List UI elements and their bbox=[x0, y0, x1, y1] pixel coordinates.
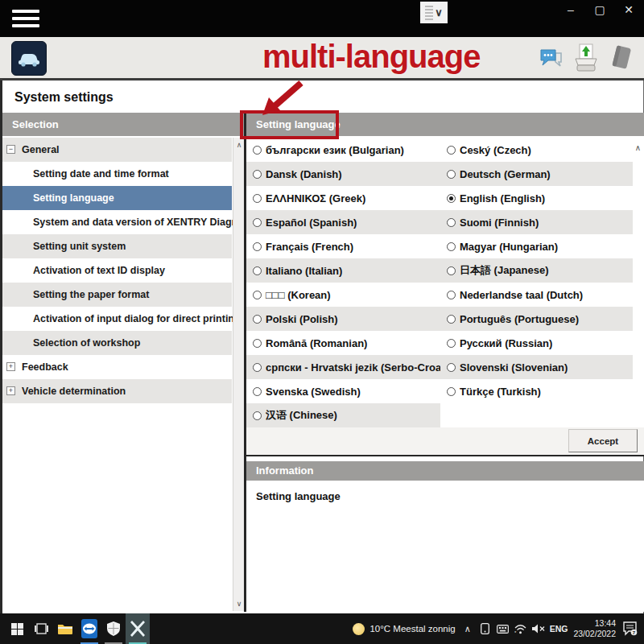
volume-muted-icon[interactable] bbox=[532, 622, 545, 635]
app-badge-icon[interactable]: ∨ bbox=[420, 2, 448, 23]
radio-icon[interactable] bbox=[447, 339, 456, 348]
sidebar-item-setting-date-and-time-format[interactable]: Setting date and time format bbox=[2, 162, 232, 186]
radio-icon[interactable] bbox=[253, 363, 262, 372]
language-option-korean[interactable]: □□□ (Korean) bbox=[246, 283, 440, 307]
radio-icon[interactable] bbox=[253, 315, 262, 324]
language-option-english-english[interactable]: English (English) bbox=[440, 186, 633, 210]
language-option-slovenski-slovenian[interactable]: Slovenski (Slovenian) bbox=[440, 355, 633, 379]
manual-button[interactable] bbox=[607, 40, 636, 76]
radio-icon[interactable] bbox=[253, 339, 262, 348]
sidebar-item-vehicle-determination[interactable]: +Vehicle determination bbox=[2, 379, 232, 403]
language-option-hrvatski-jezik-serbo-croatian[interactable]: српски - Hrvatski jezik (Serbo-Croatian) bbox=[246, 355, 440, 379]
language-scroll-up-icon[interactable]: ∧ bbox=[635, 143, 641, 152]
scroll-up-icon[interactable]: ∧ bbox=[233, 141, 245, 149]
language-option-russian[interactable]: Русский (Russian) bbox=[440, 331, 633, 355]
sidebar-item-general[interactable]: −General bbox=[2, 138, 232, 162]
radio-icon[interactable] bbox=[253, 411, 262, 420]
wifi-icon[interactable]: * bbox=[514, 622, 527, 635]
radio-icon[interactable] bbox=[447, 387, 456, 396]
sidebar-item-feedback[interactable]: +Feedback bbox=[2, 355, 232, 379]
language-option-rom-n-romanian[interactable]: Română (Romanian) bbox=[246, 331, 440, 355]
radio-selected-icon[interactable] bbox=[447, 194, 456, 203]
language-option-t-rk-e-turkish[interactable]: Türkçe (Turkish) bbox=[440, 379, 633, 403]
radio-icon[interactable] bbox=[447, 266, 456, 275]
defender-button[interactable] bbox=[101, 613, 126, 644]
folder-icon bbox=[58, 623, 72, 635]
teamviewer-button[interactable] bbox=[77, 613, 101, 644]
sidebar-item-activation-of-input-dialog-for-direct-printing[interactable]: Activation of input dialog for direct pr… bbox=[2, 307, 232, 331]
minimize-button[interactable]: – bbox=[562, 3, 580, 16]
sidebar-item-label: Activation of text ID display bbox=[2, 265, 165, 276]
accept-button[interactable]: Accept bbox=[568, 429, 638, 452]
radio-icon[interactable] bbox=[447, 363, 456, 372]
language-option-japanese[interactable]: 日本語 (Japanese) bbox=[440, 258, 633, 283]
language-option-italiano-italian[interactable]: Italiano (Italian) bbox=[246, 258, 440, 283]
language-option-chinese[interactable]: 汉语 (Chinese) bbox=[246, 403, 440, 427]
language-row: српски - Hrvatski jezik (Serbo-Croatian)… bbox=[246, 355, 633, 379]
hidden-icons-chevron-icon[interactable]: ∧ bbox=[461, 622, 474, 635]
radio-icon[interactable] bbox=[253, 218, 262, 227]
language-option-fran-ais-french[interactable]: Français (French) bbox=[246, 234, 440, 258]
book-icon bbox=[609, 43, 634, 72]
sidebar-item-selection-of-workshop[interactable]: Selection of workshop bbox=[2, 331, 232, 355]
language-option-polski-polish[interactable]: Polski (Polish) bbox=[246, 307, 440, 331]
radio-icon[interactable] bbox=[447, 315, 456, 324]
radio-icon[interactable] bbox=[447, 146, 456, 155]
collapse-icon[interactable]: − bbox=[6, 145, 15, 154]
language-option-label: 日本語 (Japanese) bbox=[460, 263, 549, 278]
radio-icon[interactable] bbox=[447, 291, 456, 299]
radio-icon[interactable] bbox=[447, 242, 456, 251]
radio-icon[interactable] bbox=[253, 266, 262, 275]
radio-icon[interactable] bbox=[253, 242, 262, 251]
taskbar-clock[interactable]: 13:44 23/02/2022 bbox=[573, 618, 616, 639]
print-button[interactable] bbox=[572, 40, 601, 76]
scroll-down-icon[interactable]: ∨ bbox=[233, 600, 245, 608]
sidebar-item-label: System and data version of XENTRY Diagno… bbox=[2, 217, 258, 228]
radio-icon[interactable] bbox=[447, 170, 456, 179]
sidebar-item-system-and-data-version-of-xentry-diagnosis[interactable]: System and data version of XENTRY Diagno… bbox=[2, 210, 232, 234]
language-option-cesk-czech[interactable]: Ceský (Czech) bbox=[440, 138, 633, 162]
language-option-dansk-danish[interactable]: Dansk (Danish) bbox=[246, 162, 440, 186]
maximize-button[interactable]: ▢ bbox=[591, 3, 609, 16]
sidebar-item-setting-language[interactable]: Setting language bbox=[2, 186, 232, 210]
weather-widget[interactable]: 10°C Meestal zonnig bbox=[353, 623, 455, 635]
setting-language-panel: Setting language български език (Bulgari… bbox=[246, 113, 644, 456]
radio-icon[interactable] bbox=[253, 146, 262, 155]
language-option-bulgarian[interactable]: български език (Bulgarian) bbox=[246, 138, 440, 162]
sidebar-item-activation-of-text-id-display[interactable]: Activation of text ID display bbox=[2, 258, 232, 283]
expand-icon[interactable]: + bbox=[6, 386, 15, 395]
language-option-nederlandse-taal-dutch[interactable]: Nederlandse taal (Dutch) bbox=[440, 283, 633, 307]
keyboard-icon[interactable] bbox=[497, 622, 510, 635]
radio-icon[interactable] bbox=[253, 194, 262, 203]
window-controls: – ▢ ✕ bbox=[562, 3, 638, 16]
phone-link-icon[interactable] bbox=[479, 622, 492, 635]
sidebar-item-setting-unit-system[interactable]: Setting unit system bbox=[2, 234, 232, 258]
vehicle-button[interactable] bbox=[11, 41, 47, 76]
xentry-app-button[interactable] bbox=[126, 613, 150, 644]
weather-icon bbox=[353, 623, 365, 635]
sidebar-item-setting-the-paper-format[interactable]: Setting the paper format bbox=[2, 283, 232, 307]
file-explorer-button[interactable] bbox=[53, 613, 77, 644]
language-option-magyar-hungarian[interactable]: Magyar (Hungarian) bbox=[440, 234, 633, 258]
language-option-greek[interactable]: ΕΛΛΗΝΙΚΟΣ (Greek) bbox=[246, 186, 440, 210]
app-badge-pattern bbox=[425, 6, 433, 20]
language-option-label: Español (Spanish) bbox=[266, 217, 357, 229]
task-view-button[interactable] bbox=[29, 613, 53, 644]
close-button[interactable]: ✕ bbox=[620, 3, 638, 16]
radio-icon[interactable] bbox=[253, 170, 262, 179]
language-option-deutsch-german[interactable]: Deutsch (German) bbox=[440, 162, 633, 186]
radio-icon[interactable] bbox=[253, 291, 262, 299]
menu-icon[interactable] bbox=[12, 10, 39, 29]
language-option-suomi-finnish[interactable]: Suomi (Finnish) bbox=[440, 210, 633, 234]
input-language-indicator[interactable]: ENG bbox=[550, 624, 568, 634]
language-option-svenska-swedish[interactable]: Svenska (Swedish) bbox=[246, 379, 440, 403]
radio-icon[interactable] bbox=[447, 218, 456, 227]
language-option-espa-ol-spanish[interactable]: Español (Spanish) bbox=[246, 210, 440, 234]
language-option-portugu-s-portuguese[interactable]: Português (Portuguese) bbox=[440, 307, 633, 331]
sidebar-scrollbar[interactable]: ∧ ∨ bbox=[233, 138, 244, 611]
expand-icon[interactable]: + bbox=[6, 362, 15, 371]
action-center-button[interactable]: 7 bbox=[621, 620, 639, 638]
radio-icon[interactable] bbox=[253, 387, 262, 396]
start-button[interactable] bbox=[5, 613, 29, 644]
messages-button[interactable] bbox=[536, 40, 565, 76]
